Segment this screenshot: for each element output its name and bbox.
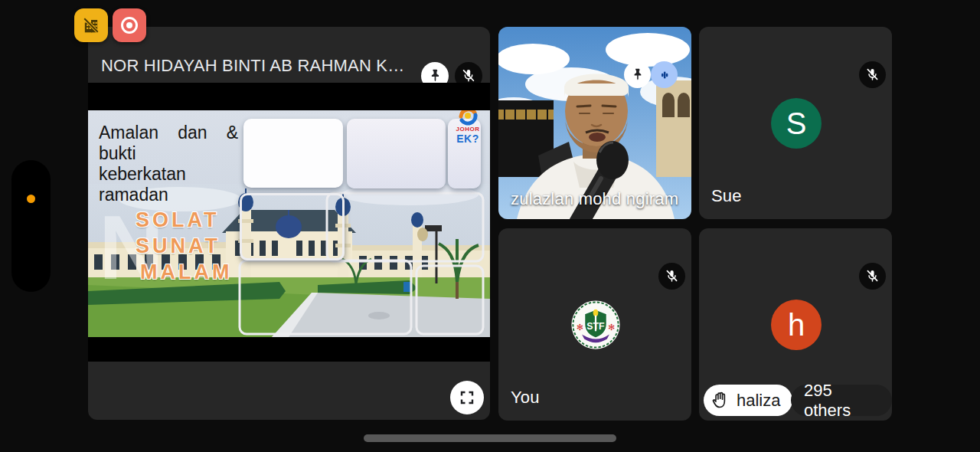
avatar: h — [771, 300, 822, 350]
mic-off-icon — [460, 67, 477, 84]
participant-name: You — [511, 388, 540, 408]
pushpin-icon — [426, 67, 443, 84]
svg-text:✻: ✻ — [608, 323, 615, 332]
slide-heading: Amalan dan & bukti keberkatan ramadan — [99, 123, 238, 206]
pushpin-icon — [629, 67, 645, 83]
fullscreen-icon — [458, 388, 476, 407]
camera-cutout-dot — [27, 195, 35, 203]
shared-screen-strip: Amalan dan & bukti keberkatan ramadan N … — [88, 83, 490, 362]
horizontal-scrollbar[interactable] — [364, 434, 616, 442]
johor-ek-swirl-icon — [456, 110, 479, 126]
record-icon — [118, 14, 141, 37]
side-overlay-handle[interactable] — [11, 160, 51, 292]
mic-off-icon — [864, 268, 880, 284]
mic-off-icon — [864, 67, 880, 83]
svg-text:✻: ✻ — [577, 323, 583, 332]
tile-haliza[interactable]: h haliza 295 others — [699, 228, 892, 421]
slide-overlay-word: SOLAT — [136, 208, 220, 232]
avatar: S — [771, 98, 822, 149]
tile-speaker-zulazlan[interactable]: zulazlan mohd ngiram — [498, 27, 691, 219]
mic-off-icon — [664, 268, 680, 284]
avatar-school-crest: STF ✻ ✻ — [570, 300, 621, 350]
presenter-name: NOR HIDAYAH BINTI AB RAHMAN KPM-Gu... — [101, 56, 415, 76]
tile-you[interactable]: STF ✻ ✻ You — [498, 228, 691, 421]
stf-crest-icon: STF ✻ ✻ — [570, 300, 621, 350]
fullscreen-button[interactable] — [450, 381, 484, 414]
participant-name: zulazlan mohd ngiram — [511, 189, 678, 209]
others-count-badge[interactable]: 295 others — [791, 385, 892, 416]
avatar-initial: S — [786, 106, 807, 141]
slide-blank-card — [347, 119, 446, 188]
shared-slide: Amalan dan & bukti keberkatan ramadan N … — [88, 110, 490, 337]
mic-off-badge — [658, 263, 685, 290]
audio-level-icon — [657, 67, 672, 83]
hand-raised-name: haliza — [737, 391, 780, 411]
participant-name: Sue — [711, 186, 742, 206]
mic-off-badge — [859, 263, 886, 290]
tile-presentation[interactable]: NOR HIDAYAH BINTI AB RAHMAN KPM-Gu... — [88, 27, 490, 420]
building-off-icon — [80, 15, 102, 36]
slide-overlay-word: MALAM — [140, 260, 232, 284]
hand-raised-badge: haliza — [704, 385, 792, 416]
avatar-initial: h — [788, 308, 805, 342]
slide-blank-card — [243, 119, 343, 188]
record-button[interactable] — [113, 8, 146, 42]
overlay-window-button[interactable] — [74, 8, 108, 42]
johor-ek-logo: JOHOR EK? — [449, 110, 486, 145]
svg-text:STF: STF — [586, 321, 605, 332]
audio-level-badge — [651, 61, 678, 88]
raised-hand-icon — [710, 390, 730, 411]
slide-photo-frame — [240, 193, 345, 260]
pin-button[interactable] — [624, 61, 651, 88]
tile-sue[interactable]: S Sue — [699, 27, 892, 219]
mic-off-badge — [859, 61, 886, 88]
slide-overlay-word: SUNAT — [136, 234, 220, 258]
meeting-grid: NOR HIDAYAH BINTI AB RAHMAN KPM-Gu... — [0, 0, 980, 452]
